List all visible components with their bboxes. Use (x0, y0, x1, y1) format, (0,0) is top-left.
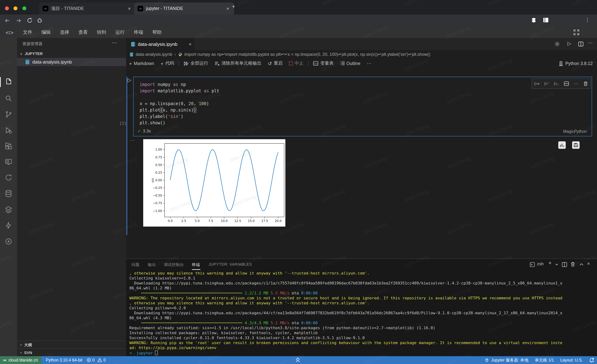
menu-edit[interactable]: 编辑 (41, 29, 51, 36)
clear-outputs-button[interactable]: 清除所有单元格输出 (215, 60, 261, 66)
explorer-files-icon[interactable] (5, 78, 12, 85)
home-icon[interactable] (37, 17, 43, 23)
forward-icon[interactable] (16, 18, 22, 23)
cell-status-row: ✓ 3.3s MagicPython (134, 129, 590, 136)
outline-button[interactable]: Outline (340, 61, 361, 66)
svg-text:20.0: 20.0 (275, 219, 282, 223)
browser-tab-jupyter[interactable]: ‹t› jupyter - TITANIDE × (134, 2, 234, 15)
run-cell-button[interactable]: ▷ (128, 77, 132, 83)
terminal-output[interactable]: , otherwise you may silence this warning… (129, 271, 595, 356)
menu-selection[interactable]: 选择 (60, 29, 69, 36)
thunder-icon[interactable] (5, 222, 12, 229)
menu-terminal[interactable]: 终端 (134, 29, 143, 36)
menu-help[interactable]: 帮助 (152, 29, 162, 36)
kill-terminal-trash-icon[interactable] (571, 262, 575, 267)
language-mode[interactable]: MagicPython (563, 129, 587, 133)
toolbar-more-icon[interactable]: ⋯ (367, 61, 371, 66)
plugin-icon[interactable] (5, 238, 12, 245)
tab-output[interactable]: 输出 (148, 262, 156, 267)
sidebar-section-jupyter[interactable]: ∨ JUPYTER (20, 52, 43, 56)
back-icon[interactable] (4, 18, 10, 23)
run-all-play-icon[interactable]: ▷ (567, 40, 571, 46)
cell-more-icon[interactable]: ⋯ (574, 81, 578, 86)
delete-cell-trash-icon[interactable] (583, 81, 588, 86)
new-terminal-button[interactable]: + (548, 260, 552, 266)
reload-icon[interactable] (27, 17, 33, 23)
extensions-icon[interactable] (5, 142, 12, 150)
split-editor-icon[interactable] (578, 42, 583, 46)
source-control-icon[interactable] (5, 110, 12, 118)
cell-code[interactable]: import numpy as npimport matplotlib.pypl… (140, 81, 219, 126)
close-tab-icon[interactable]: × (189, 41, 192, 47)
kernel-picker[interactable]: Python 3.8.12 (559, 59, 593, 68)
remote-explorer-icon[interactable] (5, 158, 12, 166)
tab-jupyter-variables[interactable]: JUPYTER: VARIABLES (209, 262, 252, 266)
text-line: plt.show() (140, 120, 219, 126)
python-interpreter[interactable]: Python 3.10.4 64-bit (46, 358, 82, 362)
tab-debug-console[interactable]: 调试控制台 (164, 262, 184, 267)
sidebar-toggle-icon[interactable] (543, 17, 549, 23)
close-tab-icon[interactable]: × (126, 6, 132, 11)
shell-name[interactable]: zsh (537, 261, 543, 266)
restore-panel-chevrons-icon[interactable] (295, 357, 301, 363)
sidebar-section-outline[interactable]: >大纲 (17, 341, 126, 349)
variables-button[interactable]: (x)变量表 (313, 60, 334, 66)
sidebar-item-notebook[interactable]: data-analysis.ipynb (17, 58, 126, 66)
minimize-window-button[interactable] (14, 6, 18, 10)
menu-run[interactable]: 运行 (115, 29, 125, 36)
close-tab-icon[interactable]: × (225, 6, 231, 11)
notebook-settings-gear-icon[interactable] (554, 41, 560, 47)
sidebar-more-icon[interactable]: ⋯ (112, 40, 117, 46)
fullscreen-icon[interactable] (573, 30, 579, 35)
terminal-dropdown-chevron-icon[interactable] (555, 263, 558, 266)
browser-tab-project[interactable]: ‹t› 项目 - TITANIDE × (39, 2, 136, 15)
traffic-lights[interactable] (5, 5, 26, 12)
tab-terminal[interactable]: 终端 (192, 262, 200, 267)
add-markdown-button[interactable]: +Markdown (129, 61, 154, 66)
sync-icon[interactable] (5, 174, 12, 181)
maximize-panel-chevron-icon[interactable] (580, 263, 583, 266)
tab-problems[interactable]: 问题 (132, 262, 140, 267)
split-terminal-icon[interactable] (562, 262, 567, 267)
run-debug-icon[interactable] (5, 126, 12, 134)
save-output-button[interactable] (572, 141, 580, 149)
keyboard-layout[interactable]: Layout: U.S. (560, 358, 583, 362)
search-icon[interactable] (5, 94, 12, 102)
breadcrumb-file[interactable]: data-analysis.ipynb (136, 52, 172, 57)
layers-icon[interactable] (5, 206, 12, 213)
run-all-button[interactable]: 全部运行 (184, 60, 208, 66)
breadcrumb[interactable]: data-analysis.ipynb › import numpy as np… (126, 50, 597, 59)
close-window-button[interactable] (5, 6, 9, 10)
text-line: ━━━━━━━━━━━━━━━━━━━━━━━━━━━━━━━━━━━━━━━━… (129, 321, 595, 326)
menu-view[interactable]: 查看 (78, 29, 88, 36)
interrupt-button[interactable]: 中止 (289, 60, 304, 66)
sidebar-section-svn[interactable]: >SVN (17, 348, 126, 356)
sidebar-title: 资源管理器 (22, 41, 43, 46)
problems-status[interactable]: 0 0 (87, 358, 106, 362)
notifications-bell[interactable] (589, 357, 594, 363)
cell-position[interactable]: 单元格 1/1 (535, 357, 554, 363)
remote-indicator[interactable]: >< cloud.titanide.cn (0, 356, 42, 364)
add-code-button[interactable]: +代码 (161, 60, 174, 66)
new-tab-button[interactable]: + (232, 3, 235, 10)
restart-button[interactable]: ↺重启 (268, 60, 283, 66)
editor-more-icon[interactable]: ⋯ (588, 40, 593, 46)
plot-output: 0.02.55.07.510.012.515.017.520.01.000.75… (143, 139, 285, 227)
database-icon[interactable] (5, 190, 12, 197)
close-panel-icon[interactable]: × (587, 261, 590, 266)
extensions-puzzle-icon[interactable] (531, 17, 537, 23)
execute-below-icon[interactable]: ▷↓ (554, 81, 559, 86)
breadcrumb-code[interactable]: import numpy as np↵import matplotlib.pyp… (184, 52, 430, 57)
code-cell[interactable]: import numpy as npimport matplotlib.pypl… (133, 77, 592, 136)
execute-cell-and-below-icon[interactable]: ▷≡ (535, 81, 539, 86)
change-presentation-button[interactable] (558, 141, 566, 149)
zoom-window-button[interactable] (22, 6, 26, 10)
menu-file[interactable]: 文件 (23, 29, 32, 36)
split-cell-icon[interactable] (564, 81, 569, 86)
browser-menu-icon[interactable]: ⋮ (585, 17, 590, 23)
output-collapse-icon[interactable]: ⋯ (130, 138, 135, 143)
execute-above-icon[interactable]: ▷↑ (545, 81, 549, 86)
editor-tab-notebook[interactable]: data-analysis.ipynb × (126, 38, 194, 50)
menu-goto[interactable]: 转到 (97, 29, 106, 36)
jupyter-server-status[interactable]: Jupyter 服务器: 本地 (485, 357, 528, 363)
